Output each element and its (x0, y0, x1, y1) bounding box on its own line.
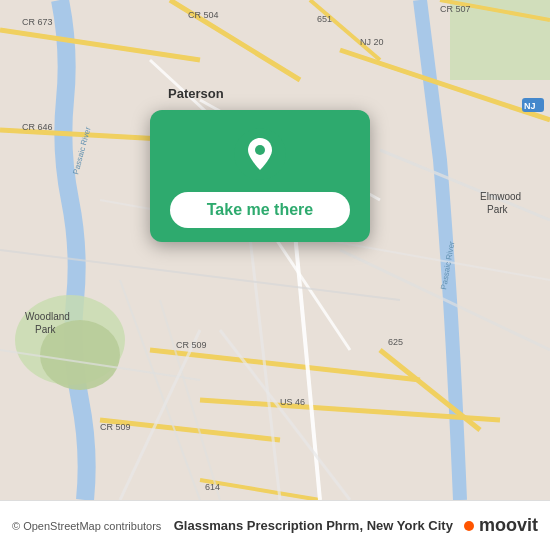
svg-text:CR 673: CR 673 (22, 17, 53, 27)
take-me-there-button[interactable]: Take me there (170, 192, 350, 228)
svg-text:Woodland: Woodland (25, 311, 70, 322)
svg-text:Park: Park (487, 204, 509, 215)
svg-text:625: 625 (388, 337, 403, 347)
moovit-brand-text: moovit (479, 515, 538, 536)
svg-text:CR 504: CR 504 (188, 10, 219, 20)
svg-text:US 46: US 46 (280, 397, 305, 407)
map-background: CR 673 CR 504 NJ 20 CR 507 651 CR 646 CR… (0, 0, 550, 500)
svg-text:651: 651 (317, 14, 332, 24)
svg-text:CR 646: CR 646 (22, 122, 53, 132)
svg-text:Park: Park (35, 324, 57, 335)
svg-text:614: 614 (205, 482, 220, 492)
place-title: Glassmans Prescription Phrm, New York Ci… (163, 518, 464, 533)
svg-text:NJ 20: NJ 20 (360, 37, 384, 47)
location-pin-icon (234, 128, 286, 180)
attribution-area: © OpenStreetMap contributors (12, 520, 163, 532)
svg-text:CR 509: CR 509 (100, 422, 131, 432)
moovit-dot-icon (464, 521, 474, 531)
popup-card: Take me there (150, 110, 370, 242)
svg-text:CR 509: CR 509 (176, 340, 207, 350)
svg-text:CR 507: CR 507 (440, 4, 471, 14)
bottom-bar: © OpenStreetMap contributors Glassmans P… (0, 500, 550, 550)
svg-point-50 (255, 145, 265, 155)
moovit-logo: moovit (464, 515, 538, 536)
svg-text:NJ: NJ (524, 101, 536, 111)
svg-text:Elmwood: Elmwood (480, 191, 521, 202)
map-container[interactable]: CR 673 CR 504 NJ 20 CR 507 651 CR 646 CR… (0, 0, 550, 500)
osm-attribution: © OpenStreetMap contributors (12, 520, 161, 532)
svg-text:Paterson: Paterson (168, 86, 224, 101)
